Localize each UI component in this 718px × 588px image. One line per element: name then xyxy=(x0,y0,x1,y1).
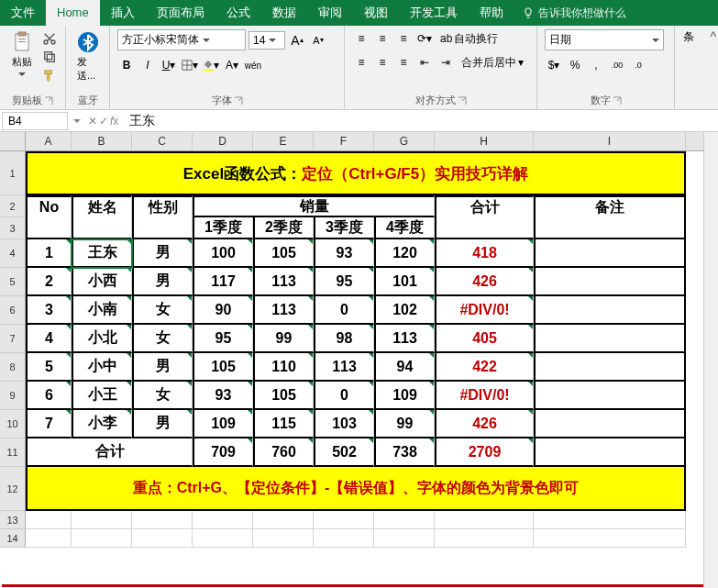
cell-q2[interactable]: 105 xyxy=(253,239,314,268)
sum-remark[interactable] xyxy=(534,438,686,467)
hdr-q1[interactable]: 1季度 xyxy=(193,217,253,239)
row-header[interactable]: 1 xyxy=(0,151,26,195)
col-header[interactable]: B xyxy=(72,132,132,150)
launcher-icon[interactable] xyxy=(458,96,467,105)
sum-q2[interactable]: 760 xyxy=(253,438,314,467)
cell-gender[interactable]: 女 xyxy=(132,325,193,353)
tab-insert[interactable]: 插入 xyxy=(100,0,146,26)
cell-q3[interactable]: 95 xyxy=(314,268,374,296)
row-header[interactable]: 10 xyxy=(0,410,26,438)
cell-gender[interactable]: 男 xyxy=(132,268,193,296)
cell-q2[interactable]: 113 xyxy=(253,296,314,325)
cell-q4[interactable]: 94 xyxy=(374,353,435,382)
col-header[interactable]: I xyxy=(534,132,686,150)
cell-q2[interactable]: 113 xyxy=(253,268,314,296)
cell[interactable] xyxy=(193,511,253,529)
sum-q3[interactable]: 502 xyxy=(314,438,374,467)
orientation-button[interactable]: ⟳▾ xyxy=(415,29,434,48)
cell-q1[interactable]: 109 xyxy=(193,410,253,438)
cancel-icon[interactable]: ✕ xyxy=(88,115,97,128)
underline-button[interactable]: U▾ xyxy=(160,56,178,74)
title-cell[interactable]: Excel函数公式：定位（Ctrl+G/F5）实用技巧详解 xyxy=(26,151,686,195)
cell-name[interactable]: 小中 xyxy=(72,353,132,382)
cell[interactable] xyxy=(193,529,253,548)
merge-button[interactable]: 合并后居中▾ xyxy=(458,55,527,71)
cell[interactable] xyxy=(253,511,314,529)
tab-data[interactable]: 数据 xyxy=(261,0,307,26)
row-header[interactable]: 5 xyxy=(0,268,26,296)
cell-remark[interactable] xyxy=(534,296,686,325)
fx-icon[interactable]: fx xyxy=(110,115,118,128)
cell[interactable] xyxy=(435,217,534,239)
decrease-decimal-button[interactable]: .0 xyxy=(629,56,647,74)
cell-q3[interactable]: 0 xyxy=(314,296,374,325)
hdr-gender[interactable]: 性别 xyxy=(132,195,193,217)
cell-remark[interactable] xyxy=(534,382,686,410)
row-header[interactable]: 7 xyxy=(0,325,26,353)
cell-q2[interactable]: 110 xyxy=(253,353,314,382)
tab-formula[interactable]: 公式 xyxy=(215,0,261,26)
col-header[interactable]: E xyxy=(253,132,314,150)
chevron-down-icon[interactable] xyxy=(73,117,81,125)
cell-q4[interactable]: 109 xyxy=(374,382,435,410)
cell[interactable] xyxy=(534,529,686,548)
currency-button[interactable]: $▾ xyxy=(545,56,563,74)
increase-decimal-button[interactable]: .00 xyxy=(608,56,626,74)
tab-layout[interactable]: 页面布局 xyxy=(146,0,215,26)
bold-button[interactable]: B xyxy=(117,56,136,74)
sum-total[interactable]: 2709 xyxy=(435,438,534,467)
collapse-ribbon-button[interactable]: ^ xyxy=(710,29,716,44)
cell[interactable] xyxy=(534,217,686,239)
name-box[interactable]: B4 xyxy=(2,112,68,130)
copy-icon[interactable] xyxy=(42,50,57,64)
cell[interactable] xyxy=(72,529,132,548)
hdr-no[interactable]: No xyxy=(26,195,72,217)
cell-q1[interactable]: 90 xyxy=(193,296,253,325)
cell-gender[interactable]: 男 xyxy=(132,410,193,438)
sum-q1[interactable]: 709 xyxy=(193,438,253,467)
cell-gender[interactable]: 女 xyxy=(132,382,193,410)
col-header[interactable]: D xyxy=(193,132,253,150)
cell[interactable] xyxy=(72,217,132,239)
cell[interactable] xyxy=(72,511,132,529)
cell[interactable] xyxy=(534,511,686,529)
sum-q4[interactable]: 738 xyxy=(374,438,435,467)
col-header[interactable]: H xyxy=(435,132,534,150)
cell-q3[interactable]: 93 xyxy=(314,239,374,268)
cell-gender[interactable]: 男 xyxy=(132,353,193,382)
align-middle-button[interactable]: ≡ xyxy=(373,29,392,48)
cell-q3[interactable]: 98 xyxy=(314,325,374,353)
cell-total[interactable]: #DIV/0! xyxy=(435,296,534,325)
tab-file[interactable]: 文件 xyxy=(0,0,46,26)
border-button[interactable]: ▾ xyxy=(181,56,199,74)
cell-gender[interactable]: 女 xyxy=(132,296,193,325)
cell-q3[interactable]: 0 xyxy=(314,382,374,410)
indent-right-button[interactable]: ⇥ xyxy=(436,53,455,72)
row-header[interactable]: 2 xyxy=(0,195,26,217)
cell-name[interactable]: 小南 xyxy=(72,296,132,325)
cell[interactable] xyxy=(314,529,374,548)
hdr-name[interactable]: 姓名 xyxy=(72,195,132,217)
fill-color-button[interactable]: ▾ xyxy=(202,56,220,74)
cell[interactable] xyxy=(26,511,72,529)
hdr-q2[interactable]: 2季度 xyxy=(253,217,314,239)
cell-remark[interactable] xyxy=(534,353,686,382)
cell-no[interactable]: 2 xyxy=(26,268,72,296)
hdr-q3[interactable]: 3季度 xyxy=(314,217,374,239)
cell-name[interactable]: 小李 xyxy=(72,410,132,438)
cell-q2[interactable]: 105 xyxy=(253,382,314,410)
indent-left-button[interactable]: ⇤ xyxy=(415,53,434,72)
row-header[interactable]: 11 xyxy=(0,438,26,467)
cell[interactable] xyxy=(132,529,193,548)
col-header[interactable]: A xyxy=(26,132,72,150)
cell-remark[interactable] xyxy=(534,410,686,438)
select-all-corner[interactable] xyxy=(0,132,26,150)
cond-format-partial[interactable]: 条 xyxy=(683,29,694,45)
cell-q4[interactable]: 99 xyxy=(374,410,435,438)
cell-no[interactable]: 1 xyxy=(26,239,72,268)
cell-total[interactable]: 418 xyxy=(435,239,534,268)
row-header[interactable]: 13 xyxy=(0,511,26,529)
cell-q4[interactable]: 101 xyxy=(374,268,435,296)
hdr-remark[interactable]: 备注 xyxy=(534,195,686,217)
formula-bar[interactable]: 王东 xyxy=(122,111,718,131)
